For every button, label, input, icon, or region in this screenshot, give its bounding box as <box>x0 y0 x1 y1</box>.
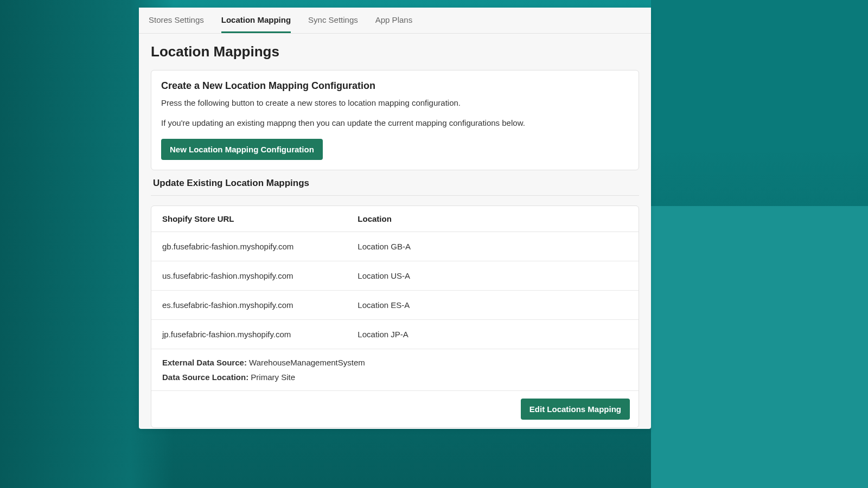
table-footer: Edit Locations Mapping <box>151 391 639 427</box>
cell-store-url: es.fusefabric-fashion.myshopify.com <box>162 300 358 310</box>
tabs-nav: Stores Settings Location Mapping Sync Se… <box>139 8 651 34</box>
tab-stores-settings[interactable]: Stores Settings <box>149 8 204 33</box>
external-data-source-row: External Data Source: WarehouseManagemen… <box>162 358 628 367</box>
table-row: es.fusefabric-fashion.myshopify.com Loca… <box>151 291 639 320</box>
new-mapping-button[interactable]: New Location Mapping Configuration <box>161 139 323 160</box>
create-card-title: Create a New Location Mapping Configurat… <box>161 80 629 92</box>
tab-location-mapping[interactable]: Location Mapping <box>221 8 291 33</box>
data-source-meta: External Data Source: WarehouseManagemen… <box>151 349 639 391</box>
data-source-location-label: Data Source Location: <box>162 373 251 382</box>
table-row: us.fusefabric-fashion.myshopify.com Loca… <box>151 261 639 291</box>
tab-sync-settings[interactable]: Sync Settings <box>308 8 358 33</box>
table-row: gb.fusefabric-fashion.myshopify.com Loca… <box>151 232 639 261</box>
external-data-source-label: External Data Source: <box>162 358 249 367</box>
table-header-row: Shopify Store URL Location <box>151 206 639 232</box>
background-block-bottom-right <box>651 206 868 488</box>
cell-location: Location US-A <box>358 271 628 280</box>
create-card-text-2: If you're updating an existing mappng th… <box>161 117 629 130</box>
table-row: jp.fusefabric-fashion.myshopify.com Loca… <box>151 320 639 349</box>
tab-app-plans[interactable]: App Plans <box>375 8 412 33</box>
background-block-top-right <box>651 0 868 152</box>
section-divider <box>151 195 639 196</box>
mappings-table: Shopify Store URL Location gb.fusefabric… <box>151 206 639 428</box>
header-location: Location <box>358 214 628 223</box>
page-title: Location Mappings <box>151 43 639 60</box>
edit-locations-mapping-button[interactable]: Edit Locations Mapping <box>521 399 630 420</box>
cell-location: Location JP-A <box>358 330 628 339</box>
cell-store-url: us.fusefabric-fashion.myshopify.com <box>162 271 358 280</box>
create-card-text-1: Press the following button to create a n… <box>161 97 629 110</box>
update-section-title: Update Existing Location Mappings <box>153 178 639 189</box>
header-shopify-url: Shopify Store URL <box>162 214 358 223</box>
create-mapping-card: Create a New Location Mapping Configurat… <box>151 70 639 170</box>
cell-location: Location ES-A <box>358 300 628 310</box>
cell-store-url: jp.fusefabric-fashion.myshopify.com <box>162 330 358 339</box>
cell-location: Location GB-A <box>358 242 628 251</box>
data-source-location-row: Data Source Location: Primary Site <box>162 373 628 382</box>
cell-store-url: gb.fusefabric-fashion.myshopify.com <box>162 242 358 251</box>
external-data-source-value: WarehouseManagementSystem <box>249 358 365 367</box>
app-window: Stores Settings Location Mapping Sync Se… <box>139 8 651 429</box>
content-area: Location Mappings Create a New Location … <box>139 34 651 429</box>
data-source-location-value: Primary Site <box>251 373 295 382</box>
